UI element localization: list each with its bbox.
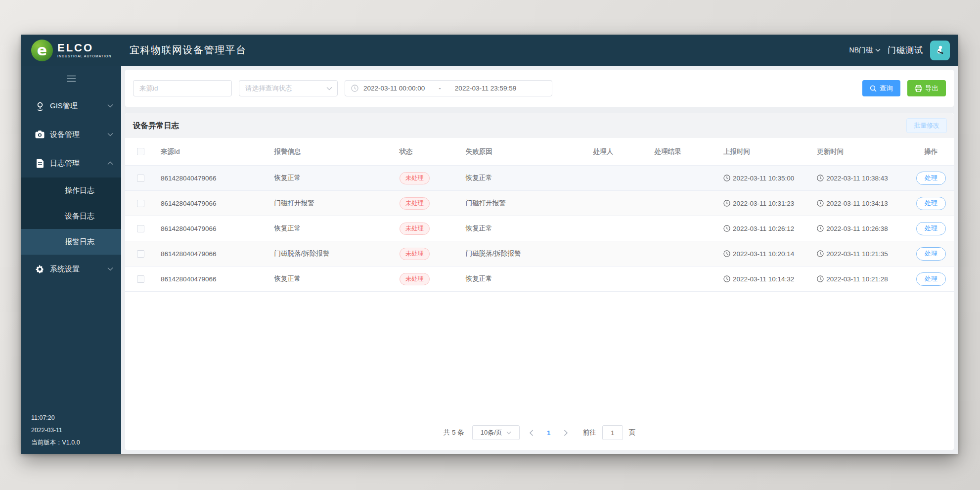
chevron-down-icon <box>107 267 113 271</box>
header-right: NB门磁 门磁测试 <box>849 41 958 60</box>
pagination-total: 共 5 条 <box>444 428 464 437</box>
chevron-down-icon <box>107 104 113 108</box>
prev-page-button[interactable] <box>526 426 537 440</box>
col-header-source-id: 来源id <box>156 138 269 165</box>
row-checkbox[interactable] <box>137 175 144 182</box>
handle-button[interactable]: 处理 <box>916 197 946 210</box>
log-table: 来源id 报警信息 状态 失败原因 处理人 处理结果 上报时间 更新时间 操作 … <box>125 138 954 292</box>
clock-icon <box>723 200 730 207</box>
date-range-picker[interactable]: 2022-03-11 00:00:00 - 2022-03-11 23:59:5… <box>345 80 552 96</box>
gear-icon <box>35 265 45 274</box>
current-page-button[interactable]: 1 <box>543 429 554 437</box>
sidebar-item-label: 日志管理 <box>50 159 107 168</box>
logo-text: ELCO INDUSTRIAL AUTOMATION <box>57 43 111 58</box>
row-checkbox[interactable] <box>137 225 144 232</box>
chevron-down-icon <box>107 133 113 136</box>
clock-icon <box>723 175 730 181</box>
col-header-alarm: 报警信息 <box>269 138 395 165</box>
product-dropdown[interactable]: NB门磁 <box>849 46 881 55</box>
cell-source-id: 861428040479066 <box>156 216 269 241</box>
pagination: 共 5 条 10条/页 1 前往 <box>125 418 954 450</box>
status-select[interactable]: 请选择查询状态 <box>239 80 338 96</box>
top-header: e ELCO INDUSTRIAL AUTOMATION 宜科物联网设备管理平台… <box>21 35 958 66</box>
sidebar-item-devices[interactable]: 设备管理 <box>21 120 121 149</box>
cell-reason: 恢复正常 <box>461 267 588 291</box>
cell-result <box>650 241 718 266</box>
col-header-updated: 更新时间 <box>812 138 908 165</box>
cell-handler <box>588 216 650 241</box>
printer-icon <box>915 85 922 92</box>
avatar[interactable] <box>930 41 950 60</box>
handle-button[interactable]: 处理 <box>916 172 946 185</box>
row-checkbox[interactable] <box>137 275 144 283</box>
clock-icon <box>723 225 730 232</box>
filter-bar: 请选择查询状态 2022-03-11 00:00:00 - 2022-03-1 <box>125 70 954 107</box>
chevron-up-icon <box>107 161 113 165</box>
cell-alarm: 门磁打开报警 <box>269 191 395 216</box>
row-checkbox[interactable] <box>137 250 144 258</box>
col-header-handler: 处理人 <box>588 138 650 165</box>
cell-reason: 门磁脱落/拆除报警 <box>461 241 588 266</box>
product-dropdown-label: NB门磁 <box>849 46 873 55</box>
status-select-placeholder: 请选择查询状态 <box>245 84 326 93</box>
panel-header: 设备异常日志 批量修改 <box>125 113 954 138</box>
batch-edit-button[interactable]: 批量修改 <box>906 118 947 133</box>
page-size-select[interactable]: 10条/页 <box>472 425 520 440</box>
sidebar-item-gis[interactable]: GIS管理 <box>21 91 121 120</box>
export-button[interactable]: 导出 <box>907 80 946 96</box>
goto-unit-label: 页 <box>629 428 636 437</box>
main-content: 请选择查询状态 2022-03-11 00:00:00 - 2022-03-1 <box>121 66 958 454</box>
cell-source-id: 861428040479066 <box>156 191 269 216</box>
search-button[interactable]: 查询 <box>862 80 900 96</box>
sidebar-item-logs[interactable]: 日志管理 <box>21 149 121 178</box>
cell-source-id: 861428040479066 <box>156 166 269 190</box>
chevron-down-icon <box>506 431 511 435</box>
status-badge: 未处理 <box>400 223 430 235</box>
row-checkbox[interactable] <box>137 200 144 207</box>
search-icon <box>870 85 877 92</box>
version-label: 当前版本：V1.0.0 <box>31 437 121 449</box>
chevron-down-icon <box>326 87 332 90</box>
sidebar-subitem-device-log[interactable]: 设备日志 <box>21 203 121 229</box>
elco-logo-icon: e <box>31 40 53 61</box>
cell-handler <box>588 166 650 190</box>
clock-icon <box>817 225 824 232</box>
table-header-row: 来源id 报警信息 状态 失败原因 处理人 处理结果 上报时间 更新时间 操作 <box>125 138 954 166</box>
sidebar-submenu-logs: 操作日志 设备日志 报警日志 <box>21 178 121 255</box>
cell-result <box>650 267 718 291</box>
clock-icon <box>817 175 824 181</box>
sidebar-collapse-button[interactable] <box>21 66 121 91</box>
avatar-figure-icon <box>934 45 946 56</box>
goto-page-input[interactable] <box>602 425 623 440</box>
cell-updated: 2022-03-11 10:38:43 <box>826 175 888 182</box>
clock-icon <box>817 200 824 207</box>
sidebar: GIS管理 设备管理 <box>21 66 121 454</box>
handle-button[interactable]: 处理 <box>916 247 946 261</box>
handle-button[interactable]: 处理 <box>916 222 946 235</box>
select-all-checkbox[interactable] <box>137 148 144 155</box>
source-id-input[interactable] <box>133 80 232 96</box>
col-header-result: 处理结果 <box>650 138 718 165</box>
handle-button[interactable]: 处理 <box>916 272 946 286</box>
sidebar-item-settings[interactable]: 系统设置 <box>21 255 121 283</box>
cell-source-id: 861428040479066 <box>156 241 269 266</box>
sidebar-footer: 11:07:20 2022-03-11 当前版本：V1.0.0 <box>21 412 121 454</box>
col-header-actions: 操作 <box>908 138 954 165</box>
device-exception-log-panel: 设备异常日志 批量修改 来源id 报警信息 状态 失败原因 处理人 处理结果 上… <box>125 113 954 450</box>
document-icon <box>35 159 45 168</box>
table-row: 861428040479066 恢复正常 未处理 恢复正常 2022-03-11… <box>125 267 954 292</box>
brand-logo: e ELCO INDUSTRIAL AUTOMATION <box>21 40 121 61</box>
sidebar-subitem-operation-log[interactable]: 操作日志 <box>21 178 121 203</box>
next-page-button[interactable] <box>560 426 572 440</box>
cell-updated: 2022-03-11 10:21:35 <box>826 250 888 258</box>
brand-tagline: INDUSTRIAL AUTOMATION <box>57 55 111 58</box>
cell-reported: 2022-03-11 10:35:00 <box>733 175 794 182</box>
table-row: 861428040479066 门磁脱落/拆除报警 未处理 门磁脱落/拆除报警 … <box>125 241 954 267</box>
clock-date: 2022-03-11 <box>31 424 121 437</box>
hamburger-icon <box>67 75 76 82</box>
cell-reported: 2022-03-11 10:26:12 <box>733 225 794 232</box>
sidebar-item-label: 系统设置 <box>50 265 107 274</box>
cell-handler <box>588 267 650 291</box>
col-header-reason: 失败原因 <box>461 138 588 165</box>
sidebar-subitem-alarm-log[interactable]: 报警日志 <box>21 229 121 255</box>
